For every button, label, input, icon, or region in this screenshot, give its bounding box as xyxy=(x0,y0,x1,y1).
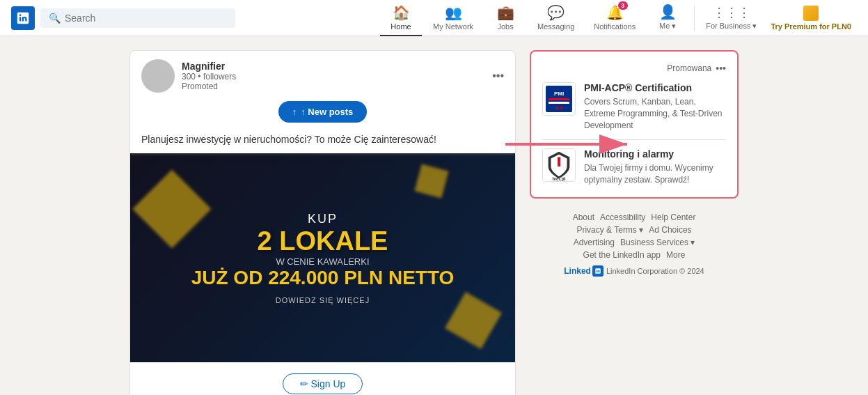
svg-text:ACP: ACP xyxy=(555,106,564,110)
my-network-icon: 👥 xyxy=(445,4,462,21)
feed-text: Planujesz inwestycję w nieruchomości? To… xyxy=(130,134,515,153)
nav-label-jobs: Jobs xyxy=(497,22,513,31)
for-business-icon: ⋮⋮⋮ xyxy=(713,5,750,20)
nav-item-my-network[interactable]: 👥 My Network xyxy=(425,0,482,36)
ad-title-pmi: PMI-ACP® Certification xyxy=(584,82,726,93)
ivel-logo: ivel.pl xyxy=(542,148,576,182)
notifications-icon: 🔔 3 xyxy=(606,4,624,21)
nav-label-me: Me ▾ xyxy=(659,22,676,31)
ad-title-ivel: Monitoring i alarmy xyxy=(584,148,726,160)
avatar xyxy=(141,59,175,93)
ad-divider xyxy=(542,139,726,140)
footer-link-ad-choices[interactable]: Ad Choices xyxy=(649,225,691,235)
ad-card: Promowana ••• PMI ACP xyxy=(530,50,739,199)
image-line4: JUŻ OD 224.000 PLN NETTO xyxy=(191,267,455,289)
footer-link-about[interactable]: About xyxy=(573,212,594,222)
home-icon: 🏠 xyxy=(393,4,410,21)
footer-copyright: Linked LinkedIn Corporation © 2024 xyxy=(530,265,739,277)
footer-row-1: About Accessibility Help Center xyxy=(530,212,739,222)
svg-rect-9 xyxy=(558,159,560,167)
linkedin-logo[interactable] xyxy=(11,6,35,30)
feed-poster-name: Magnifier xyxy=(182,61,236,72)
nav-label-home: Home xyxy=(390,22,411,31)
linkedin-badge: Linked xyxy=(564,265,603,277)
footer-row-4: Get the LinkedIn app More xyxy=(530,250,739,260)
messaging-icon: 💬 xyxy=(547,4,565,21)
ad-text-ivel: Monitoring i alarmy Dla Twojej firmy i d… xyxy=(584,148,726,186)
nav-item-notifications[interactable]: 🔔 3 Notifications xyxy=(585,0,644,36)
footer-links: About Accessibility Help Center Privacy … xyxy=(530,207,739,282)
new-posts-button[interactable]: ↑ ↑ New posts xyxy=(278,101,368,123)
business-services-dropdown[interactable]: Business Services ▾ xyxy=(620,238,695,247)
premium-icon xyxy=(803,6,819,21)
footer-link-advertising[interactable]: Advertising xyxy=(574,238,615,247)
nav-item-messaging[interactable]: 💬 Messaging xyxy=(529,0,583,36)
jobs-icon: 💼 xyxy=(497,4,514,21)
ad-item-ivel[interactable]: ivel.pl Monitoring i alarmy Dla Twojej f… xyxy=(542,148,726,186)
nav-item-for-business[interactable]: ⋮⋮⋮ For Business ▾ xyxy=(700,1,762,35)
try-premium-button[interactable]: Try Premium for PLN0 xyxy=(765,1,857,35)
business-services-label: Business Services ▾ xyxy=(620,238,695,247)
nav-item-jobs[interactable]: 💼 Jobs xyxy=(484,0,526,36)
feed-more-options[interactable]: ••• xyxy=(492,70,504,82)
sidebar: Promowana ••• PMI ACP xyxy=(530,50,739,395)
feed-image: KUP 2 LOKALE W CENIE KAWALERKI JUŻ OD 22… xyxy=(130,153,515,362)
notifications-badge: 3 xyxy=(618,1,628,10)
feed-card: Magnifier 300 • followers Promoted ••• ↑… xyxy=(129,50,516,395)
linkedin-logo-small xyxy=(592,265,603,277)
nav-label-my-network: My Network xyxy=(433,22,473,31)
footer-row-2: Privacy & Terms ▾ Ad Choices xyxy=(530,225,739,235)
content-area: Magnifier 300 • followers Promoted ••• ↑… xyxy=(129,50,739,395)
privacy-terms-label: Privacy & Terms ▾ xyxy=(576,225,643,235)
copyright-text: LinkedIn Corporation © 2024 xyxy=(606,267,704,275)
pmi-logo: PMI ACP xyxy=(542,82,576,116)
nav-label-for-business: For Business ▾ xyxy=(706,22,757,31)
navbar: 🔍 🏠 Home 👥 My Network 💼 Jobs 💬 Messaging… xyxy=(0,0,868,36)
search-icon: 🔍 xyxy=(49,13,61,24)
feed-header: Magnifier 300 • followers Promoted ••• xyxy=(130,51,515,101)
footer-link-accessibility[interactable]: Accessibility xyxy=(600,212,645,222)
sign-up-button[interactable]: ✏ Sign Up xyxy=(283,373,363,394)
feed-poster-sub: 300 • followers xyxy=(182,72,236,82)
svg-text:PMI: PMI xyxy=(554,91,564,97)
nav-item-home[interactable]: 🏠 Home xyxy=(380,0,422,36)
svg-rect-10 xyxy=(558,157,560,160)
sign-up-label: ✏ Sign Up xyxy=(300,378,346,389)
linkedin-text: Linked xyxy=(564,266,591,276)
image-line5: DOWIEDZ SIĘ WIĘCEJ xyxy=(191,296,455,304)
feed-image-text: KUP 2 LOKALE W CENIE KAWALERKI JUŻ OD 22… xyxy=(191,212,455,304)
nav-label-messaging: Messaging xyxy=(537,22,574,31)
image-line2: 2 LOKALE xyxy=(191,226,455,256)
new-posts-label: ↑ New posts xyxy=(301,107,353,117)
ad-desc-pmi: Covers Scrum, Kanban, Lean, Extreme Prog… xyxy=(584,96,726,131)
promoted-label: Promowana xyxy=(667,63,711,73)
feed: Magnifier 300 • followers Promoted ••• ↑… xyxy=(129,50,516,395)
svg-text:ivel.pl: ivel.pl xyxy=(553,176,566,182)
feed-poster-extra: Promoted xyxy=(182,82,236,91)
try-premium-label: Try Premium for PLN0 xyxy=(771,22,851,31)
ad-desc-ivel: Dla Twojej firmy i domu. Wycenimy optyma… xyxy=(584,162,726,186)
search-input[interactable] xyxy=(65,13,227,24)
nav-item-me[interactable]: 👤 Me ▾ xyxy=(647,0,688,36)
svg-rect-6 xyxy=(549,102,569,104)
ad-more-options[interactable]: ••• xyxy=(716,63,726,74)
nav-label-notifications: Notifications xyxy=(594,22,636,31)
search-bar[interactable]: 🔍 xyxy=(40,8,235,28)
privacy-terms-dropdown[interactable]: Privacy & Terms ▾ xyxy=(576,225,643,235)
nav-divider xyxy=(694,6,695,31)
footer-link-get-app[interactable]: Get the LinkedIn app xyxy=(583,250,661,260)
footer-row-3: Advertising Business Services ▾ xyxy=(530,238,739,247)
main-content: Magnifier 300 • followers Promoted ••• ↑… xyxy=(0,36,868,395)
ad-item-pmi[interactable]: PMI ACP PMI-ACP® Certification Covers Sc… xyxy=(542,82,726,131)
footer-link-help-center[interactable]: Help Center xyxy=(651,212,695,222)
footer-link-more[interactable]: More xyxy=(666,250,685,260)
feed-poster-info: Magnifier 300 • followers Promoted xyxy=(182,61,236,91)
new-posts-icon: ↑ xyxy=(292,107,297,117)
nav-items: 🏠 Home 👥 My Network 💼 Jobs 💬 Messaging 🔔… xyxy=(380,0,857,36)
ad-header: Promowana ••• xyxy=(542,63,726,74)
image-line1: KUP xyxy=(191,212,455,226)
svg-rect-5 xyxy=(549,98,569,100)
image-line3: W CENIE KAWALERKI xyxy=(191,256,455,267)
ad-text-pmi: PMI-ACP® Certification Covers Scrum, Kan… xyxy=(584,82,726,131)
me-icon: 👤 xyxy=(659,3,677,20)
